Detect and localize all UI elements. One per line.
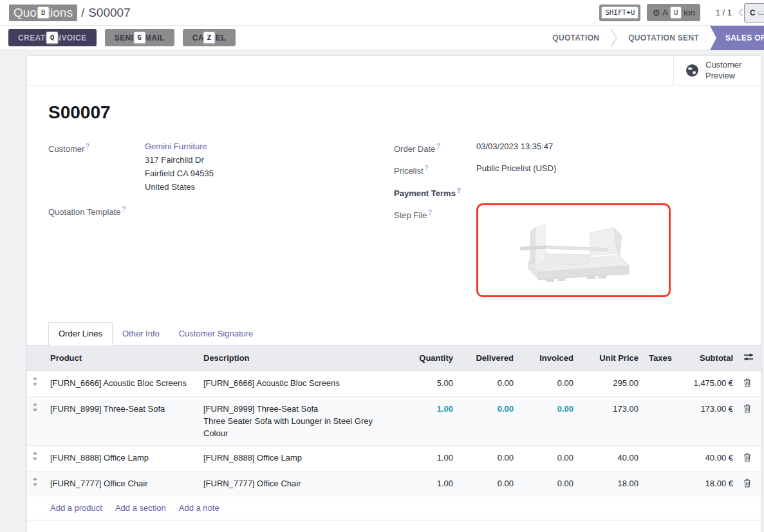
step-file-preview[interactable] — [476, 203, 671, 297]
field-grid: Customer? Gemini Furniture 317 Fairchild… — [27, 123, 761, 303]
unit-price-cell[interactable]: 173.00 — [579, 396, 644, 445]
optional-columns-icon[interactable] — [743, 352, 754, 362]
field-column-right: Order Date? 03/03/2023 13:35:47 Pricelis… — [394, 140, 740, 303]
drag-handle-icon[interactable] — [32, 452, 38, 461]
top-navbar: Quotations B / S00007 SHIFT+U ⚙ A U ion … — [0, 0, 764, 26]
unit-price-cell[interactable]: 295.00 — [579, 371, 644, 396]
delete-row-icon[interactable] — [743, 404, 751, 413]
quantity-cell[interactable]: 1.00 — [396, 396, 458, 445]
status-step-quotation-sent[interactable]: QUOTATION SENT — [617, 26, 710, 50]
tab-order-lines[interactable]: Order Lines — [48, 322, 113, 345]
tab-customer-signature[interactable]: Customer Signature — [169, 323, 263, 345]
column-header-quantity[interactable]: Quantity — [396, 345, 458, 371]
sheet-toolbar: Customer Preview — [27, 56, 761, 86]
pricelist-field-value[interactable]: Public Pricelist (USD) — [476, 161, 556, 175]
quantity-cell[interactable]: 1.00 — [396, 471, 458, 497]
status-step-quotation[interactable]: QUOTATION — [541, 26, 610, 50]
status-separator-icon — [610, 26, 617, 50]
delete-row-icon[interactable] — [743, 378, 751, 387]
taxes-cell[interactable] — [644, 445, 675, 471]
add-product-link[interactable]: Add a product — [50, 503, 102, 513]
tab-other-info[interactable]: Other Info — [113, 323, 169, 345]
column-header-subtotal[interactable]: Subtotal — [675, 345, 738, 371]
edge-cutoff-button[interactable]: C — [744, 3, 764, 23]
notebook-tabs: Order Lines Other Info Customer Signatur… — [27, 322, 761, 345]
invoiced-cell[interactable]: 0.00 — [519, 371, 579, 396]
taxes-cell[interactable] — [644, 396, 675, 445]
quantity-cell[interactable]: 1.00 — [396, 445, 458, 471]
pager-previous-icon[interactable] — [738, 8, 743, 17]
hotkey-hint-edge — [758, 12, 764, 15]
delete-row-icon[interactable] — [743, 479, 751, 488]
invoiced-cell[interactable]: 0.00 — [519, 396, 579, 445]
hotkey-hint-breadcrumb: B — [37, 6, 50, 19]
hotkey-hint-send-email: G — [133, 32, 145, 44]
product-cell[interactable]: [FURN_8888] Office Lamp — [45, 445, 198, 471]
order-date-field-value[interactable]: 03/03/2023 13:35:47 — [476, 140, 553, 153]
product-cell[interactable]: [FURN_7777] Office Chair — [45, 471, 198, 497]
breadcrumb: Quotations B / S00007 — [9, 5, 131, 21]
description-cell[interactable]: [FURN_8999] Three-Seat Sofa Three Seater… — [198, 396, 396, 445]
action-buttons: CREATE INVOICE Q SEND EMAIL G CANCEL Z — [0, 29, 236, 46]
create-invoice-button[interactable]: CREATE INVOICE Q — [8, 29, 97, 46]
subtotal-cell: 18.00 € — [675, 471, 738, 497]
customer-preview-button[interactable]: Customer Preview — [673, 56, 761, 85]
column-header-description[interactable]: Description — [198, 345, 396, 371]
description-cell[interactable]: [FURN_6666] Acoustic Bloc Screens — [198, 371, 396, 396]
subtotal-cell: 1,475.00 € — [675, 371, 738, 396]
drag-handle-icon[interactable] — [32, 377, 38, 386]
action-menu-text-before: A — [662, 8, 668, 17]
table-row: [FURN_7777] Office Chair [FURN_7777] Off… — [27, 471, 761, 497]
order-date-field-label: Order Date? — [394, 140, 476, 156]
edge-button-label: C — [750, 8, 756, 17]
taxes-cell[interactable] — [644, 371, 675, 396]
pager-value: 1 / 1 — [716, 8, 732, 17]
description-cell[interactable]: [FURN_8888] Office Lamp — [198, 445, 396, 471]
quantity-cell[interactable]: 5.00 — [396, 371, 458, 396]
delivered-cell[interactable]: 0.00 — [458, 396, 519, 445]
column-header-taxes[interactable]: Taxes — [644, 345, 675, 371]
column-header-unit-price[interactable]: Unit Price — [579, 345, 644, 371]
help-marker-icon: ? — [122, 206, 126, 213]
add-section-link[interactable]: Add a section — [115, 503, 166, 513]
delivered-cell[interactable]: 0.00 — [458, 371, 519, 396]
gear-icon: ⚙ — [652, 8, 660, 17]
unit-price-cell[interactable]: 40.00 — [579, 445, 644, 471]
send-email-button[interactable]: SEND EMAIL G — [105, 29, 174, 46]
drag-handle-icon[interactable] — [32, 403, 38, 412]
table-row: [FURN_8999] Three-Seat Sofa [FURN_8999] … — [27, 396, 761, 445]
product-cell[interactable]: [FURN_8999] Three-Seat Sofa — [45, 396, 198, 445]
table-header-row: Product Description Quantity Delivered I… — [27, 345, 761, 371]
action-menu-button[interactable]: ⚙ A U ion — [647, 4, 700, 21]
delivered-cell[interactable]: 0.00 — [458, 445, 519, 471]
unit-price-cell[interactable]: 18.00 — [579, 471, 644, 497]
breadcrumb-parent-link[interactable]: Quotations B — [9, 5, 77, 21]
column-header-product[interactable]: Product — [45, 345, 198, 371]
content-area: Customer Preview S00007 Customer? Gemini… — [0, 50, 764, 531]
add-note-link[interactable]: Add a note — [179, 503, 219, 513]
column-header-invoiced[interactable]: Invoiced — [519, 345, 579, 371]
help-marker-icon: ? — [457, 187, 461, 194]
drag-handle-icon[interactable] — [32, 477, 38, 486]
subtotal-cell: 173.00 € — [675, 396, 738, 445]
breadcrumb-current: S00007 — [88, 6, 131, 20]
description-cell[interactable]: [FURN_7777] Office Chair — [198, 471, 396, 497]
order-lines-table: Product Description Quantity Delivered I… — [27, 345, 761, 497]
cancel-button[interactable]: CANCEL Z — [183, 29, 236, 46]
help-marker-icon: ? — [436, 143, 440, 150]
page-title: S00007 — [27, 86, 761, 123]
invoiced-cell[interactable]: 0.00 — [519, 445, 579, 471]
product-cell[interactable]: [FURN_6666] Acoustic Bloc Screens — [45, 371, 198, 396]
taxes-cell[interactable] — [644, 471, 675, 497]
topbar-controls: SHIFT+U ⚙ A U ion 1 / 1 — [599, 4, 755, 21]
status-step-sales-order[interactable]: SALES ORDER — [710, 26, 764, 50]
invoiced-cell[interactable]: 0.00 — [519, 471, 579, 497]
column-header-delivered[interactable]: Delivered — [458, 345, 519, 371]
globe-icon — [685, 64, 699, 77]
table-row: [FURN_6666] Acoustic Bloc Screens [FURN_… — [27, 371, 761, 396]
customer-link[interactable]: Gemini Furniture — [145, 142, 207, 151]
delivered-cell[interactable]: 0.00 — [458, 471, 519, 497]
action-bar: CREATE INVOICE Q SEND EMAIL G CANCEL Z Q… — [0, 26, 764, 50]
delete-row-icon[interactable] — [743, 453, 751, 462]
customer-preview-label: Customer Preview — [705, 60, 747, 81]
